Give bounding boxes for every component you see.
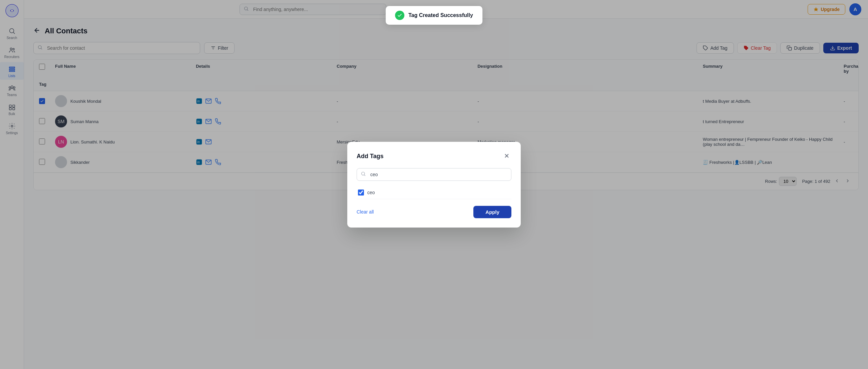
svg-point-43 <box>362 172 365 175</box>
tag-checkbox-ceo[interactable] <box>358 189 364 195</box>
modal-title: Add Tags <box>356 153 384 160</box>
toast-success-icon <box>395 11 404 20</box>
svg-line-44 <box>364 175 365 176</box>
add-tags-modal: Add Tags ceo Clear all Apply <box>347 142 521 227</box>
clear-all-button[interactable]: Clear all <box>356 209 374 215</box>
modal-close-button[interactable] <box>502 151 512 161</box>
modal-header: Add Tags <box>356 151 512 161</box>
close-icon <box>503 152 510 159</box>
modal-search <box>356 168 512 181</box>
modal-footer: Clear all Apply <box>356 206 512 218</box>
apply-button[interactable]: Apply <box>473 206 512 218</box>
toast-message: Tag Created Successfully <box>408 12 473 18</box>
tag-label-ceo: ceo <box>367 190 375 195</box>
tag-search-input[interactable] <box>356 168 512 181</box>
modal-overlay[interactable]: Add Tags ceo Clear all Apply <box>0 0 868 369</box>
success-toast: Tag Created Successfully <box>385 6 483 25</box>
modal-search-icon <box>361 171 366 178</box>
tag-option-ceo: ceo <box>356 186 512 199</box>
